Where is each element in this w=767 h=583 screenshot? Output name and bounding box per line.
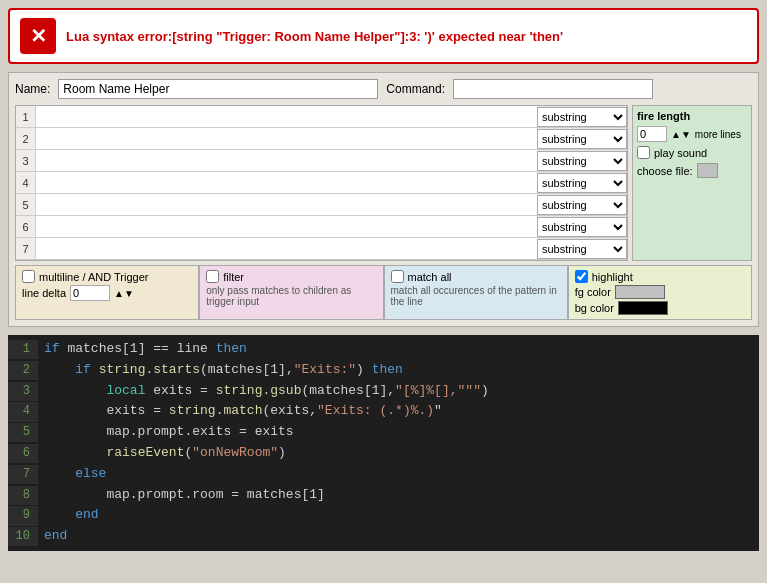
play-sound-label: play sound <box>654 147 707 159</box>
matchall-label: match all <box>408 271 452 283</box>
trigger-grid: 1 substring regex exact 2 substring rege… <box>15 105 752 261</box>
bg-color-box[interactable] <box>618 301 668 315</box>
code-content: map.prompt.room = matches[1] <box>38 485 325 506</box>
code-line: 3 local exits = string.gsub(matches[1],"… <box>8 381 759 402</box>
row-number: 5 <box>16 194 36 215</box>
code-line: 10 end <box>8 526 759 547</box>
row-number: 7 <box>16 238 36 259</box>
line-number: 8 <box>8 486 38 505</box>
name-label: Name: <box>15 82 50 96</box>
matchall-checkbox[interactable] <box>391 270 404 283</box>
line-number: 6 <box>8 444 38 463</box>
row-input[interactable] <box>36 216 537 237</box>
code-line: 5 map.prompt.exits = exits <box>8 422 759 443</box>
code-content: else <box>38 464 106 485</box>
multiline-label: multiline / AND Trigger <box>39 271 148 283</box>
row-number: 4 <box>16 172 36 193</box>
row-input[interactable] <box>36 128 537 149</box>
trigger-row: 2 substring regex exact <box>16 128 627 150</box>
fg-color-label: fg color <box>575 286 611 298</box>
row-input[interactable] <box>36 238 537 259</box>
trigger-row: 4 substring regex exact <box>16 172 627 194</box>
matchall-desc: match all occurences of the pattern in t… <box>391 285 561 307</box>
trigger-row: 3 substring regex exact <box>16 150 627 172</box>
error-icon <box>20 18 56 54</box>
row-number: 3 <box>16 150 36 171</box>
trigger-row: 7 substring regex exact <box>16 238 627 260</box>
code-line: 8 map.prompt.room = matches[1] <box>8 485 759 506</box>
trigger-row: 1 substring regex exact <box>16 106 627 128</box>
row-input[interactable] <box>36 150 537 171</box>
row-type-select[interactable]: substring regex exact <box>537 217 627 237</box>
row-type-select[interactable]: substring regex exact <box>537 195 627 215</box>
line-number: 3 <box>8 382 38 401</box>
fire-length-row: ▲▼ more lines <box>637 126 747 142</box>
name-input[interactable] <box>58 79 378 99</box>
filter-title: filter <box>206 270 376 283</box>
choose-file-row: choose file: <box>637 163 747 178</box>
multiline-title: multiline / AND Trigger <box>22 270 192 283</box>
choose-file-label: choose file: <box>637 165 693 177</box>
matchall-section: match all match all occurences of the pa… <box>384 265 568 320</box>
trigger-row: 5 substring regex exact <box>16 194 627 216</box>
row-number: 2 <box>16 128 36 149</box>
main-area: Name: Command: 1 substring regex exact 2… <box>8 72 759 327</box>
fire-length-input[interactable] <box>637 126 667 142</box>
error-banner: Lua syntax error:[string "Trigger: Room … <box>8 8 759 64</box>
line-delta-label: line delta <box>22 287 66 299</box>
code-content: if string.starts(matches[1],"Exits:") th… <box>38 360 403 381</box>
filter-label: filter <box>223 271 244 283</box>
command-input[interactable] <box>453 79 653 99</box>
code-content: raiseEvent("onNewRoom") <box>38 443 286 464</box>
row-input[interactable] <box>36 194 537 215</box>
row-type-select[interactable]: substring regex exact <box>537 107 627 127</box>
code-area: 1 if matches[1] == line then 2 if string… <box>8 335 759 551</box>
row-type-select[interactable]: substring regex exact <box>537 129 627 149</box>
multiline-checkbox[interactable] <box>22 270 35 283</box>
up-down-arrows[interactable]: ▲▼ <box>671 129 691 140</box>
line-delta-input[interactable] <box>70 285 110 301</box>
name-row: Name: Command: <box>15 79 752 99</box>
play-sound-row: play sound <box>637 146 747 159</box>
multiline-section: multiline / AND Trigger line delta ▲▼ <box>15 265 199 320</box>
row-input[interactable] <box>36 106 537 127</box>
bg-color-label: bg color <box>575 302 614 314</box>
line-number: 4 <box>8 402 38 421</box>
row-input[interactable] <box>36 172 537 193</box>
filter-section: filter only pass matches to children as … <box>199 265 383 320</box>
row-type-select[interactable]: substring regex exact <box>537 239 627 259</box>
filter-checkbox[interactable] <box>206 270 219 283</box>
row-type-select[interactable]: substring regex exact <box>537 151 627 171</box>
matchall-title: match all <box>391 270 561 283</box>
highlight-checkbox[interactable] <box>575 270 588 283</box>
code-content: map.prompt.exits = exits <box>38 422 294 443</box>
line-number: 2 <box>8 361 38 380</box>
code-content: exits = string.match(exits,"Exits: (.*)%… <box>38 401 442 422</box>
right-panel-title: fire length <box>637 110 747 122</box>
highlight-label: highlight <box>592 271 633 283</box>
code-line: 7 else <box>8 464 759 485</box>
code-line: 2 if string.starts(matches[1],"Exits:") … <box>8 360 759 381</box>
play-sound-checkbox[interactable] <box>637 146 650 159</box>
highlight-title: highlight <box>575 270 745 283</box>
trigger-row: 6 substring regex exact <box>16 216 627 238</box>
code-content: local exits = string.gsub(matches[1],"[%… <box>38 381 489 402</box>
highlight-section: highlight fg color bg color <box>568 265 752 320</box>
line-number: 7 <box>8 465 38 484</box>
right-panel: fire length ▲▼ more lines play sound cho… <box>632 105 752 261</box>
choose-file-button[interactable] <box>697 163 718 178</box>
trigger-rows: 1 substring regex exact 2 substring rege… <box>15 105 628 261</box>
line-delta-row: line delta ▲▼ <box>22 285 192 301</box>
line-number: 10 <box>8 527 38 546</box>
code-content: end <box>38 526 67 547</box>
code-content: end <box>38 505 99 526</box>
row-number: 6 <box>16 216 36 237</box>
code-line: 1 if matches[1] == line then <box>8 339 759 360</box>
code-line: 9 end <box>8 505 759 526</box>
line-number: 9 <box>8 506 38 525</box>
filter-desc: only pass matches to children as trigger… <box>206 285 376 307</box>
up-down-delta[interactable]: ▲▼ <box>114 288 134 299</box>
bg-color-row: bg color <box>575 301 745 315</box>
row-type-select[interactable]: substring regex exact <box>537 173 627 193</box>
fg-color-box[interactable] <box>615 285 665 299</box>
